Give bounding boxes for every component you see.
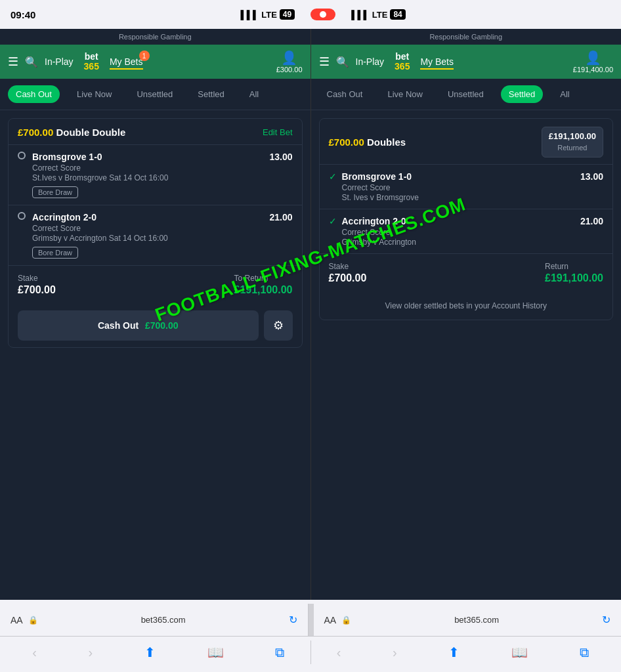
return-col-right: Return £191,100.00 (545, 262, 603, 284)
record-button[interactable] (310, 9, 335, 20)
balance-left: £300.00 (276, 66, 303, 74)
bet365-logo-right: bet 365 (391, 52, 414, 72)
battery-right: 84 (390, 9, 405, 20)
safari-tabs-right[interactable]: ⧉ (580, 645, 589, 660)
safari-bookmarks-left[interactable]: 📖 (207, 644, 224, 660)
menu-icon-left[interactable]: ☰ (8, 54, 18, 69)
tab-cashout-left[interactable]: Cash Out (8, 85, 60, 103)
cashout-button-left[interactable]: Cash Out £700.00 (18, 310, 259, 341)
sel-wrap-1-left: Bromsgrove 1-0 Correct Score St.Ives v B… (18, 152, 168, 198)
return-col-left: To Return £191,100.00 (234, 274, 293, 296)
safari-tab-right: AA 🔒 bet365.com ↻ (314, 604, 622, 636)
cashout-amount-left: £700.00 (145, 320, 179, 331)
bet-amount-right: £700.00 (329, 136, 364, 148)
bet-type-text-left: Double (92, 127, 125, 138)
safari-share-right[interactable]: ⬆ (448, 644, 460, 660)
safari-tab-left: AA 🔒 bet365.com ↻ (0, 604, 309, 636)
tab-unsettled-right[interactable]: Unsettled (440, 85, 492, 103)
resp-gambling-left: Responsible Gambling (0, 29, 310, 45)
signal-right-icon: ▌▌▌ (351, 10, 370, 20)
returned-label-right: Returned (557, 144, 587, 152)
safari-nav-row: ‹ › ⬆ 📖 ⧉ ‹ › ⬆ 📖 ⧉ (0, 637, 621, 668)
safari-tab-divider (309, 604, 314, 636)
mybets-badge-left: 1 (139, 51, 150, 61)
view-older-text-right: View older settled bets in your Account … (320, 292, 613, 320)
stake-value-left: £700.00 (18, 284, 56, 296)
selection-1-left: Bromsgrove 1-0 Correct Score St.Ives v B… (9, 144, 302, 205)
tab-settled-left[interactable]: Settled (190, 85, 232, 103)
sel-match-1-left: St.Ives v Bromsgrove Sat 14 Oct 16:00 (32, 173, 168, 182)
safari-tabs-left[interactable]: ⧉ (275, 645, 284, 660)
returned-amount-right: £191,100.00 (549, 131, 596, 141)
safari-forward-right[interactable]: › (393, 645, 397, 660)
stake-value-right: £700.00 (329, 272, 367, 284)
bet-card-header-left: £700.00 Double Double Edit Bet (9, 119, 302, 144)
search-icon-right[interactable]: 🔍 (336, 56, 349, 68)
tabs-row-right: Cash Out Live Now Unsettled Settled All (311, 79, 622, 110)
365-text-left: 365 (84, 62, 99, 72)
safari-back-left[interactable]: ‹ (32, 645, 37, 660)
bore-draw-tag-2-left: Bore Draw (32, 247, 78, 259)
tab-settled-right[interactable]: Settled (501, 85, 543, 103)
sel-match-2-right: Grimsby v Accrington (342, 238, 416, 247)
status-center: ▌▌▌ LTE 49 ▌▌▌ LTE 84 (241, 9, 406, 20)
cashout-label-left: Cash Out (98, 320, 139, 331)
account-icon-left: 👤 (281, 50, 297, 66)
safari-nav-left-half: ‹ › ⬆ 📖 ⧉ (7, 644, 310, 660)
bet-amount-left: £700.00 (18, 127, 53, 138)
stake-row-left: Stake £700.00 To Return £191,100.00 (9, 265, 302, 304)
inplay-link-right[interactable]: In-Play (356, 56, 385, 67)
checkmark-2-right: ✓ (329, 216, 337, 226)
sel-indicator-2-left (18, 212, 26, 220)
bet-card-header-right: £700.00 Doubles £191,100.00 Returned (320, 119, 613, 164)
inplay-link-left[interactable]: In-Play (45, 56, 74, 67)
safari-reload-right[interactable]: ↻ (602, 614, 610, 626)
safari-bookmarks-right[interactable]: 📖 (511, 644, 528, 660)
safari-forward-left[interactable]: › (89, 645, 93, 660)
search-icon-left[interactable]: 🔍 (25, 56, 38, 68)
sel-header-2-right: ✓ Accrington 2-0 Correct Score Grimsby v… (329, 216, 604, 247)
mybets-wrap-left: My Bets 1 (110, 56, 143, 68)
bet-title-left: £700.00 Double Double (18, 127, 125, 138)
cashout-filter-button-left[interactable]: ⚙ (264, 310, 293, 341)
safari-lock-right: 🔒 (341, 616, 351, 625)
tab-livenow-right[interactable]: Live Now (379, 85, 430, 103)
return-value-right: £191,100.00 (545, 272, 603, 284)
panel-left: Responsible Gambling ☰ 🔍 In-Play bet 365… (0, 29, 311, 600)
365-text-right: 365 (395, 62, 410, 72)
bet-type-right: Doubles (367, 136, 406, 148)
safari-lock-left: 🔒 (28, 616, 38, 625)
safari-aa-left[interactable]: AA (11, 615, 23, 625)
account-right[interactable]: 👤 £191,400.00 (573, 50, 613, 74)
signal-left-icon: ▌▌▌ (241, 10, 259, 20)
record-dot-icon (320, 11, 326, 18)
safari-share-left[interactable]: ⬆ (144, 644, 156, 660)
safari-url-left[interactable]: bet365.com (43, 615, 284, 625)
mybets-link-left[interactable]: My Bets (110, 56, 143, 70)
sel-type-2-right: Correct Score (342, 228, 416, 237)
sel-name-1-left: Bromsgrove 1-0 (32, 152, 168, 162)
safari-reload-left[interactable]: ↻ (289, 614, 297, 626)
stake-label-right: Stake (329, 262, 367, 271)
balance-right: £191,400.00 (573, 66, 613, 74)
tab-cashout-right[interactable]: Cash Out (319, 85, 371, 103)
menu-icon-right[interactable]: ☰ (319, 54, 330, 69)
selection-1-right: ✓ Bromsgrove 1-0 Correct Score St. Ives … (320, 164, 613, 209)
tab-all-right[interactable]: All (552, 85, 577, 103)
edit-bet-left[interactable]: Edit Bet (263, 127, 293, 137)
tab-livenow-left[interactable]: Live Now (69, 85, 119, 103)
mybets-link-right[interactable]: My Bets (420, 56, 454, 70)
safari-aa-right[interactable]: AA (324, 615, 337, 625)
account-icon-right: 👤 (585, 50, 601, 66)
sel-odds-2-right: 21.00 (580, 216, 603, 226)
filter-icon-left: ⚙ (273, 318, 284, 333)
safari-url-right[interactable]: bet365.com (356, 615, 597, 625)
sel-odds-1-left: 13.00 (269, 152, 292, 162)
safari-nav-right-half: ‹ › ⬆ 📖 ⧉ (311, 644, 615, 660)
cashout-row-left: Cash Out £700.00 ⚙ (9, 304, 302, 347)
safari-back-right[interactable]: ‹ (337, 645, 341, 660)
tabs-row-left: Cash Out Live Now Unsettled Settled All (0, 79, 310, 110)
tab-all-left[interactable]: All (242, 85, 267, 103)
account-left[interactable]: 👤 £300.00 (276, 50, 303, 74)
tab-unsettled-left[interactable]: Unsettled (129, 85, 181, 103)
